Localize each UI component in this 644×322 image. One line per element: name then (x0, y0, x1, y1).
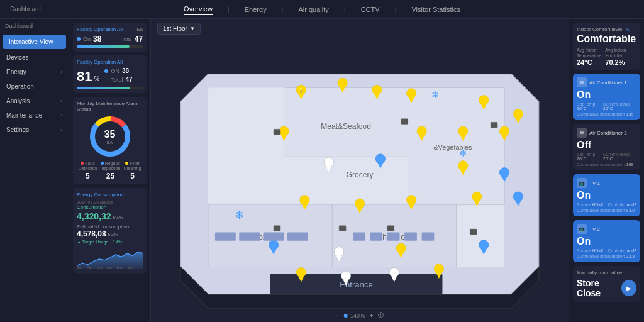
svg-rect-84 (491, 122, 497, 128)
svg-point-42 (417, 126, 426, 136)
tv1-card: 📺 TV 1 On Source HDMI Controls mod2 Cumu… (573, 174, 640, 216)
svg-point-48 (324, 157, 333, 167)
svg-text:💡: 💡 (298, 87, 304, 93)
energy-cons-label: Consumption (77, 204, 143, 210)
energy-est-unit: kWh (108, 232, 118, 238)
svg-text:❄: ❄ (235, 209, 244, 221)
sidebar-item-energy[interactable]: Energy › (0, 65, 69, 79)
info-icon[interactable]: ⓘ (378, 311, 384, 319)
ac1-details: Set Temp 26°C Current Temp 26°C (577, 101, 636, 111)
svg-text:❄: ❄ (459, 148, 467, 158)
alarm-stats: FaultDetection 5 RegularInspection 25 Fi… (77, 161, 143, 180)
svg-point-38 (513, 109, 523, 119)
sidebar: Dashboard Interactive View Devices › Ene… (0, 19, 69, 322)
donut-chart-wrap: 35 EA (77, 114, 143, 158)
energy-est-value: 4,578,08 (77, 230, 106, 238)
on-dot-2 (104, 69, 108, 73)
ac1-header: ❄ Air Conditioner 1 (577, 77, 636, 87)
chevron-icon: › (60, 55, 62, 60)
ac2-status: Off (577, 140, 636, 151)
energy-value: 4,320,32 (77, 211, 111, 221)
tab-airquality[interactable]: Air quality (299, 4, 329, 14)
sidebar-item-settings[interactable]: Settings › (0, 123, 69, 137)
facility-on-row: On 38 Total 47 (77, 35, 143, 43)
dashboard-title: Dashboard (10, 6, 41, 13)
left-panel: Facility Operation All Ea On 38 Total 47… (69, 19, 151, 322)
tab-energy[interactable]: Energy (245, 4, 267, 14)
svg-point-56 (300, 195, 309, 204)
comfort-title: Indoor Comfort level All (577, 26, 636, 32)
comfort-level: Comfortable (577, 33, 636, 45)
ac1-card: ❄ Air Conditioner 1 On Set Temp 26°C Cur… (573, 74, 640, 120)
tv1-details: Source HDMI Controls mod2 (577, 201, 636, 207)
tv2-card: 📺 TV 2 On Source HDMI Controls mod2 Cumu… (573, 220, 640, 262)
sidebar-item-devices[interactable]: Devices › (0, 50, 69, 65)
map-bottom-controls: − 140% + ⓘ (336, 311, 384, 319)
tv1-header: 📺 TV 1 (577, 178, 636, 188)
sidebar-item-operation[interactable]: Operation › (0, 79, 69, 94)
routine-title: Manually run routine (577, 270, 636, 275)
chevron-icon: › (60, 127, 62, 133)
tab-visitor-stats[interactable]: Visitor Statistics (411, 4, 460, 14)
svg-point-60 (406, 195, 416, 204)
zoom-out-icon[interactable]: − (336, 313, 339, 319)
ac-icon: ❄ (577, 77, 587, 87)
svg-rect-90 (239, 233, 260, 241)
svg-rect-96 (404, 233, 417, 241)
svg-point-34 (406, 89, 416, 98)
svg-point-64 (513, 192, 523, 201)
sidebar-header: Dashboard (0, 19, 69, 33)
energy-title: Energy Consumption (77, 192, 143, 197)
energy-unit: kWh (113, 215, 123, 221)
svg-point-54 (499, 168, 509, 177)
svg-point-74 (296, 267, 306, 277)
sidebar-item-maintenance[interactable]: Maintenance › (0, 108, 69, 123)
maintenance-title: Monthly Maintenance Alarm Status (77, 101, 143, 112)
tv1-icon: 📺 (577, 178, 587, 188)
svg-rect-94 (370, 233, 382, 241)
svg-rect-89 (215, 233, 236, 241)
svg-rect-92 (287, 233, 308, 241)
nav-tabs: Overview | Energy | Air quality | CCTV |… (184, 4, 460, 15)
chevron-icon: › (60, 84, 62, 89)
tv2-consumption: Cumulative consumption 23.8 (577, 254, 636, 258)
chevron-icon: › (60, 98, 62, 104)
donut-chart: 35 EA (88, 114, 132, 158)
tab-overview[interactable]: Overview (184, 4, 213, 15)
svg-rect-82 (274, 129, 280, 135)
sidebar-item-analysis[interactable]: Analysis › (0, 94, 69, 108)
ac2-consumption: Cumulative consumption 168 (577, 162, 636, 167)
play-button[interactable]: ▶ (621, 280, 636, 296)
energy-est-row: 4,578,08 kWh (77, 230, 143, 238)
donut-center: 35 EA (104, 129, 116, 145)
chevron-icon: › (60, 69, 62, 75)
svg-point-50 (375, 154, 385, 164)
svg-text:Apr: Apr (107, 265, 113, 269)
svg-rect-87 (387, 226, 394, 231)
svg-text:Jan: Jan (77, 265, 82, 269)
sidebar-item-interactive-view[interactable]: Interactive View (3, 35, 66, 49)
routine-row: Store Close ▶ (577, 278, 636, 298)
facility-op-title-2: Facility Operation All (77, 59, 143, 65)
tv1-status: On (577, 190, 636, 201)
ac1-status: On (577, 89, 636, 101)
tv2-header: 📺 TV 2 (577, 224, 636, 234)
svg-point-76 (341, 271, 350, 280)
avg-temp-stat: Avg IndoorTemperature 24°C (577, 47, 601, 66)
play-icon: ▶ (626, 285, 631, 292)
on-dot (77, 37, 80, 41)
facility-percent: 81 (77, 69, 92, 84)
zoom-in-icon[interactable]: + (370, 313, 373, 319)
map-area: Meat&Seafood Grocery Frozen Check out &V… (151, 19, 569, 322)
routine-name: Store Close (577, 278, 621, 298)
comfort-stats: Avg IndoorTemperature 24°C Avg IndoorHum… (577, 47, 636, 66)
tab-cctv[interactable]: CCTV (361, 4, 380, 14)
svg-text:Meat&Seafood: Meat&Seafood (321, 122, 371, 131)
svg-rect-97 (422, 233, 435, 241)
svg-point-68 (334, 247, 343, 257)
routine-card: Manually run routine Store Close ▶ (573, 266, 640, 302)
facility-op-title-1: Facility Operation All Ea (77, 26, 143, 32)
ac1-consumption: Cumulative consumption 135 (577, 112, 636, 116)
svg-point-46 (499, 126, 509, 136)
svg-rect-86 (339, 226, 346, 231)
